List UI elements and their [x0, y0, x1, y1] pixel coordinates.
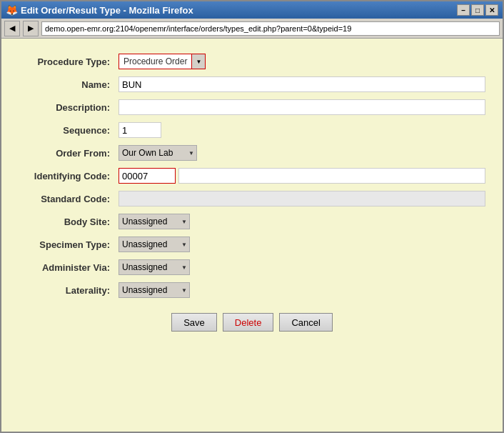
specimen-type-cell: Unassigned	[116, 233, 488, 256]
laterality-wrapper: Unassigned	[119, 282, 190, 298]
sequence-input[interactable]	[119, 122, 161, 138]
button-row: Save Delete Cancel	[16, 313, 488, 332]
standard-code-input[interactable]	[119, 191, 485, 206]
close-button[interactable]: ✕	[485, 4, 498, 16]
title-bar: 🦊 Edit Order/Result Type - Mozilla Firef…	[1, 1, 503, 19]
address-text: demo.open-emr.org:2104/openemr/interface…	[45, 24, 351, 33]
content-area: Procedure Type: Procedure Order ▼ Name: …	[1, 39, 503, 432]
laterality-label: Laterality:	[16, 279, 116, 302]
administer-via-select[interactable]: Unassigned	[119, 259, 190, 275]
name-input[interactable]	[119, 76, 485, 92]
identifying-code-row: Identifying Code:	[16, 164, 488, 187]
order-from-label: Order From:	[16, 141, 116, 164]
specimen-type-select[interactable]: Unassigned	[119, 237, 190, 252]
body-site-label: Body Site:	[16, 210, 116, 233]
name-label: Name:	[16, 73, 116, 96]
description-cell	[116, 96, 488, 119]
specimen-type-row: Specimen Type: Unassigned	[16, 233, 488, 256]
body-site-row: Body Site: Unassigned	[16, 210, 488, 233]
procedure-type-row: Procedure Type: Procedure Order ▼	[16, 50, 488, 73]
identifying-code-field-row	[119, 168, 485, 184]
administer-via-row: Administer Via: Unassigned	[16, 256, 488, 279]
laterality-cell: Unassigned	[116, 279, 488, 302]
browser-window: 🦊 Edit Order/Result Type - Mozilla Firef…	[0, 0, 504, 433]
administer-via-wrapper: Unassigned	[119, 259, 190, 275]
cancel-button[interactable]: Cancel	[279, 313, 332, 332]
title-bar-left: 🦊 Edit Order/Result Type - Mozilla Firef…	[6, 4, 193, 16]
specimen-type-wrapper: Unassigned	[119, 237, 190, 252]
order-from-cell: Our Own Lab External Lab	[116, 141, 488, 164]
address-bar[interactable]: demo.open-emr.org:2104/openemr/interface…	[41, 21, 500, 36]
delete-button[interactable]: Delete	[223, 313, 274, 332]
sequence-label: Sequence:	[16, 119, 116, 141]
body-site-cell: Unassigned	[116, 210, 488, 233]
standard-code-label: Standard Code:	[16, 187, 116, 210]
forward-button[interactable]: ▶	[23, 21, 39, 36]
identifying-code-rest-input[interactable]	[178, 168, 485, 184]
firefox-icon: 🦊	[6, 4, 18, 16]
description-input[interactable]	[119, 99, 485, 115]
administer-via-label: Administer Via:	[16, 256, 116, 279]
procedure-type-label: Procedure Type:	[16, 50, 116, 73]
description-label: Description:	[16, 96, 116, 119]
nav-bar: ◀ ▶ demo.open-emr.org:2104/openemr/inter…	[1, 19, 503, 39]
title-controls: – □ ✕	[457, 4, 498, 16]
procedure-type-text: Procedure Order	[119, 54, 191, 69]
form-table: Procedure Type: Procedure Order ▼ Name: …	[16, 50, 488, 302]
procedure-type-dropdown-button[interactable]: ▼	[191, 54, 206, 69]
specimen-type-label: Specimen Type:	[16, 233, 116, 256]
identifying-code-input[interactable]	[119, 168, 176, 184]
save-button[interactable]: Save	[171, 313, 217, 332]
body-site-select[interactable]: Unassigned	[119, 214, 190, 229]
order-from-wrapper: Our Own Lab External Lab	[119, 145, 197, 161]
sequence-cell	[116, 119, 488, 141]
maximize-button[interactable]: □	[471, 4, 484, 16]
sequence-row: Sequence:	[16, 119, 488, 141]
body-site-wrapper: Unassigned	[119, 214, 190, 229]
description-row: Description:	[16, 96, 488, 119]
identifying-code-cell	[116, 164, 488, 187]
order-from-row: Order From: Our Own Lab External Lab	[16, 141, 488, 164]
procedure-type-wrapper: Procedure Order ▼	[119, 54, 485, 69]
order-from-select[interactable]: Our Own Lab External Lab	[119, 145, 197, 161]
laterality-select[interactable]: Unassigned	[119, 282, 190, 298]
name-row: Name:	[16, 73, 488, 96]
laterality-row: Laterality: Unassigned	[16, 279, 488, 302]
identifying-code-label: Identifying Code:	[16, 164, 116, 187]
minimize-button[interactable]: –	[457, 4, 470, 16]
procedure-type-cell: Procedure Order ▼	[116, 50, 488, 73]
standard-code-cell	[116, 187, 488, 210]
window-title: Edit Order/Result Type - Mozilla Firefox	[21, 5, 193, 16]
name-cell	[116, 73, 488, 96]
administer-via-cell: Unassigned	[116, 256, 488, 279]
standard-code-row: Standard Code:	[16, 187, 488, 210]
back-button[interactable]: ◀	[4, 21, 20, 36]
